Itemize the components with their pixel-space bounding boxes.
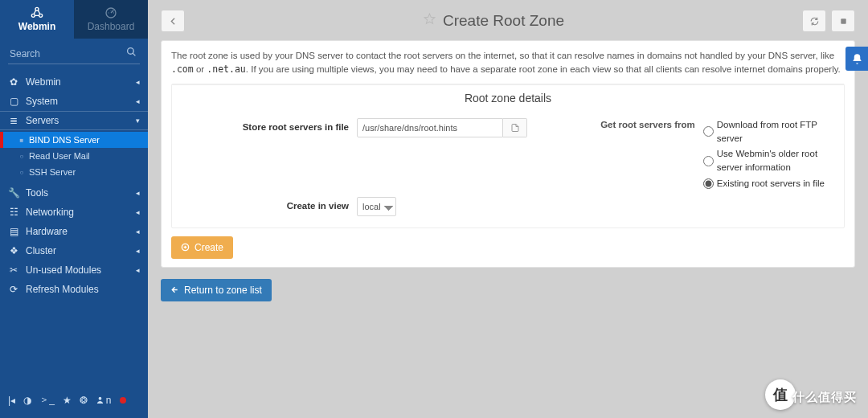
view-select[interactable]: local [357, 197, 396, 216]
create-button[interactable]: Create [171, 236, 233, 259]
svg-rect-6 [841, 18, 845, 23]
svg-point-4 [128, 48, 134, 55]
sitemap-icon: ☷ [8, 207, 19, 218]
sidebar-item-system[interactable]: ▢ System ◂ [0, 92, 148, 111]
chevron-left-icon: ◂ [136, 78, 140, 86]
chevron-left-icon: ◂ [136, 97, 140, 105]
arrow-left-icon [170, 285, 179, 294]
user-label: n [106, 395, 112, 406]
intro-code1: .com [171, 64, 194, 75]
return-button[interactable]: Return to zone list [161, 279, 272, 301]
reload-button[interactable] [802, 10, 826, 32]
sidebar-item-label: Webmin [26, 76, 61, 88]
terminal-icon[interactable]: ＞_ [39, 393, 55, 407]
search-input[interactable] [8, 43, 140, 64]
intro-part1: The root zone is used by your DNS server… [171, 51, 834, 60]
sidebar-item-label: Un-used Modules [26, 264, 101, 276]
sidebar-item-webmin[interactable]: ✿ Webmin ◂ [0, 72, 148, 92]
titlebar: Create Root Zone [161, 10, 855, 32]
star-icon[interactable]: ★ [63, 395, 72, 406]
sidebar-item-hardware[interactable]: ▤ Hardware ◂ [0, 222, 148, 241]
sidebar-item-unused[interactable]: ✂ Un-used Modules ◂ [0, 260, 148, 280]
dashboard-icon [104, 6, 117, 19]
sidebar-item-refresh[interactable]: ⟳ Refresh Modules [0, 280, 148, 299]
back-button[interactable] [161, 10, 185, 32]
tab-dashboard[interactable]: Dashboard [74, 0, 148, 39]
sidebar-item-label: Tools [26, 187, 48, 199]
sidebar-sub-ssh[interactable]: ○ SSH Server [0, 164, 148, 180]
radio-webmin-older[interactable]: Use Webmin's older root server informati… [703, 147, 836, 175]
store-file-input[interactable] [357, 118, 503, 137]
chevron-left-icon: ◂ [136, 266, 140, 274]
plus-circle-icon [181, 243, 190, 252]
page-title: Create Root Zone [423, 12, 564, 30]
sidebar-toolbar: |◂ ◑ ＞_ ★ ❂ n [0, 382, 148, 418]
sidebar-item-servers[interactable]: ≣ Servers ▾ [0, 111, 148, 130]
reload-icon [809, 16, 820, 27]
sidebar-item-cluster[interactable]: ❖ Cluster ◂ [0, 241, 148, 260]
unlink-icon: ✂ [8, 264, 19, 276]
chevron-left-icon: ◂ [136, 227, 140, 236]
cubes-icon: ❖ [8, 245, 19, 256]
notifications-tab[interactable] [845, 47, 868, 71]
globe-icon[interactable]: ❂ [80, 395, 88, 406]
sidebar-tabs: Webmin Dashboard [0, 0, 148, 39]
sidebar-sub-label: Read User Mail [29, 151, 90, 161]
hdd-icon: ▤ [8, 226, 19, 237]
sidebar-item-label: Refresh Modules [26, 284, 99, 295]
sidebar-sub-label: BIND DNS Server [29, 135, 100, 145]
moon-icon[interactable]: ◑ [23, 395, 31, 406]
search-icon[interactable] [126, 47, 137, 59]
gear-icon: ✿ [8, 76, 19, 88]
favorite-star-icon[interactable] [423, 12, 436, 30]
intro-text: The root zone is used by your DNS server… [171, 49, 845, 77]
sidebar-sub-label: SSH Server [29, 167, 76, 177]
intro-part2: . If you are using multiple views, you m… [246, 64, 841, 74]
user-icon [96, 395, 104, 404]
sidebar-sub-read-mail[interactable]: ○ Read User Mail [0, 148, 148, 164]
tab-webmin[interactable]: Webmin [0, 0, 74, 39]
radio-label: Download from root FTP server [717, 118, 836, 146]
stop-button[interactable] [831, 10, 855, 32]
sidebar-item-label: Hardware [26, 226, 68, 237]
intro-mid: or [194, 64, 207, 74]
radio-download[interactable]: Download from root FTP server [703, 118, 836, 146]
collapse-icon[interactable]: |◂ [8, 395, 15, 406]
tab-dashboard-label: Dashboard [88, 21, 135, 32]
bullet-icon: ○ [18, 169, 26, 176]
sidebar-nav: ✿ Webmin ◂ ▢ System ◂ ≣ Servers ▾ ■ BIND… [0, 72, 148, 382]
laptop-icon: ▢ [8, 96, 19, 107]
chevron-left-icon: ◂ [136, 247, 140, 255]
server-icon: ≣ [8, 115, 19, 126]
record-icon[interactable] [120, 397, 126, 404]
create-button-label: Create [194, 242, 223, 253]
section-title: Root zone details [172, 84, 844, 113]
sidebar-item-label: Networking [26, 207, 74, 218]
sidebar-item-tools[interactable]: 🔧 Tools ◂ [0, 183, 148, 203]
servers-from-label: Get root servers from [527, 118, 703, 191]
chevron-down-icon: ▾ [136, 117, 140, 125]
intro-code2: .net.au [207, 64, 245, 75]
watermark-text: 什么值得买 [792, 390, 857, 405]
chevron-left-icon: ◂ [136, 208, 140, 216]
wrench-icon: 🔧 [8, 187, 19, 199]
bullet-icon: ○ [18, 153, 26, 160]
return-button-label: Return to zone list [184, 285, 262, 296]
tab-webmin-label: Webmin [18, 21, 55, 32]
sidebar-item-label: Servers [26, 115, 59, 126]
file-browse-button[interactable] [503, 118, 527, 137]
user-button[interactable]: n [96, 395, 112, 406]
sidebar-item-networking[interactable]: ☷ Networking ◂ [0, 203, 148, 222]
bell-icon [851, 53, 863, 65]
form-area: Store root servers in file Get root serv… [172, 113, 844, 227]
radio-label: Use Webmin's older root server informati… [717, 147, 836, 175]
sidebar-sub-bind-dns[interactable]: ■ BIND DNS Server [0, 132, 148, 148]
intro-panel: The root zone is used by your DNS server… [161, 40, 855, 268]
sidebar-subnav-servers: ■ BIND DNS Server ○ Read User Mail ○ SSH… [0, 130, 148, 183]
radio-existing[interactable]: Existing root servers in file [703, 177, 836, 191]
refresh-icon: ⟳ [8, 284, 19, 295]
bullet-icon: ■ [18, 137, 26, 144]
webmin-logo-icon [31, 6, 43, 19]
sidebar-item-label: Cluster [26, 245, 56, 256]
sidebar-search [0, 39, 148, 72]
